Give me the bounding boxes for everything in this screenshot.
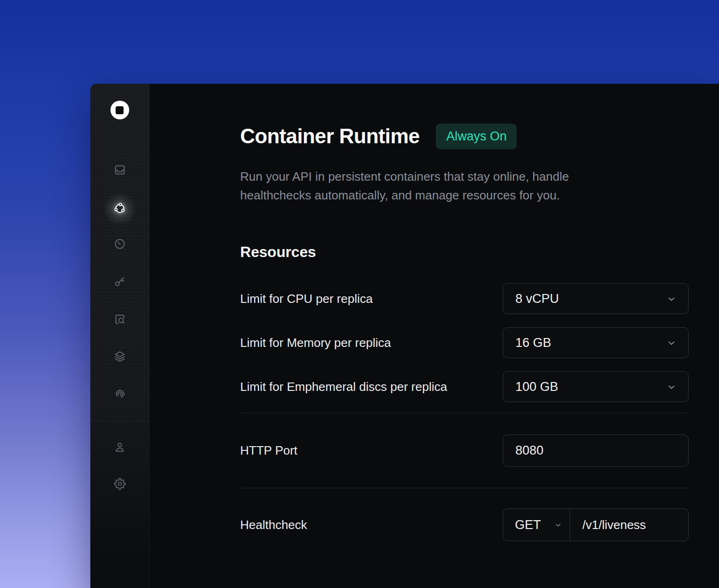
cpu-limit-row: Limit for CPU per replica 8 vCPU — [240, 283, 689, 314]
description-line-2: healthchecks automatically, and manage r… — [240, 186, 689, 205]
app-logo-square-icon — [116, 106, 124, 114]
cpu-limit-value: 8 vCPU — [515, 292, 559, 306]
sidebar-item-container-runtime[interactable] — [109, 198, 131, 220]
section-divider — [240, 488, 689, 488]
fingerprint-icon — [113, 387, 126, 402]
key-icon — [113, 275, 126, 290]
healthcheck-row: Healthcheck GET — [240, 508, 689, 541]
share-network-icon — [113, 202, 126, 217]
sidebar-item-api-keys[interactable] — [109, 271, 131, 294]
main-content: Container Runtime Always On Run your API… — [149, 84, 719, 588]
memory-limit-row: Limit for Memory per replica 16 GB — [240, 327, 689, 358]
sidebar — [90, 84, 149, 588]
sidebar-item-account[interactable] — [109, 437, 131, 459]
layers-stack-icon — [113, 350, 126, 365]
sidebar-item-logs-search[interactable] — [109, 309, 131, 331]
description-line-1: Run your API in persistent containers th… — [240, 167, 689, 186]
chevron-down-icon — [554, 521, 562, 529]
chevron-down-icon — [666, 382, 677, 392]
file-search-icon — [113, 313, 126, 328]
healthcheck-control: GET — [503, 508, 689, 541]
page-description: Run your API in persistent containers th… — [240, 167, 689, 205]
sidebar-divider — [90, 421, 149, 421]
app-window: Container Runtime Always On Run your API… — [90, 84, 719, 588]
memory-limit-label: Limit for Memory per replica — [240, 336, 391, 350]
always-on-status-badge: Always On — [436, 124, 517, 149]
healthcheck-path-input[interactable] — [570, 509, 689, 541]
http-port-input[interactable] — [503, 434, 689, 467]
page-title: Container Runtime — [240, 123, 419, 149]
healthcheck-method-select[interactable]: GET — [503, 509, 570, 541]
http-port-label: HTTP Port — [240, 443, 297, 458]
ephemeral-disc-limit-label: Limit for Emphemeral discs per replica — [240, 380, 447, 394]
sidebar-item-fingerprint-auth[interactable] — [109, 383, 131, 406]
ephemeral-disc-limit-value: 100 GB — [515, 380, 558, 394]
user-icon — [113, 441, 126, 456]
ephemeral-disc-limit-row: Limit for Emphemeral discs per replica 1… — [240, 371, 689, 402]
app-logo[interactable] — [110, 101, 129, 119]
resources-heading: Resources — [240, 243, 689, 261]
sidebar-item-usage-gauge[interactable] — [109, 234, 131, 256]
inbox-box-icon — [113, 163, 126, 178]
http-port-row: HTTP Port — [240, 434, 689, 467]
chevron-down-icon — [666, 338, 677, 348]
page-header: Container Runtime Always On — [240, 123, 689, 149]
resources-form: Limit for CPU per replica 8 vCPU Limit f… — [240, 283, 689, 402]
section-divider — [240, 413, 689, 413]
sidebar-item-layers[interactable] — [109, 346, 131, 368]
healthcheck-method-value: GET — [515, 518, 541, 532]
cpu-limit-label: Limit for CPU per replica — [240, 292, 373, 306]
settings-gear-icon — [113, 477, 126, 492]
memory-limit-select[interactable]: 16 GB — [503, 327, 689, 358]
cpu-limit-select[interactable]: 8 vCPU — [503, 283, 689, 314]
healthcheck-label: Healthcheck — [240, 518, 307, 532]
sidebar-item-settings[interactable] — [109, 473, 131, 496]
gauge-icon — [113, 237, 126, 252]
memory-limit-value: 16 GB — [515, 336, 551, 350]
ephemeral-disc-limit-select[interactable]: 100 GB — [503, 371, 689, 402]
chevron-down-icon — [666, 294, 677, 304]
sidebar-item-inbox[interactable] — [109, 160, 131, 182]
